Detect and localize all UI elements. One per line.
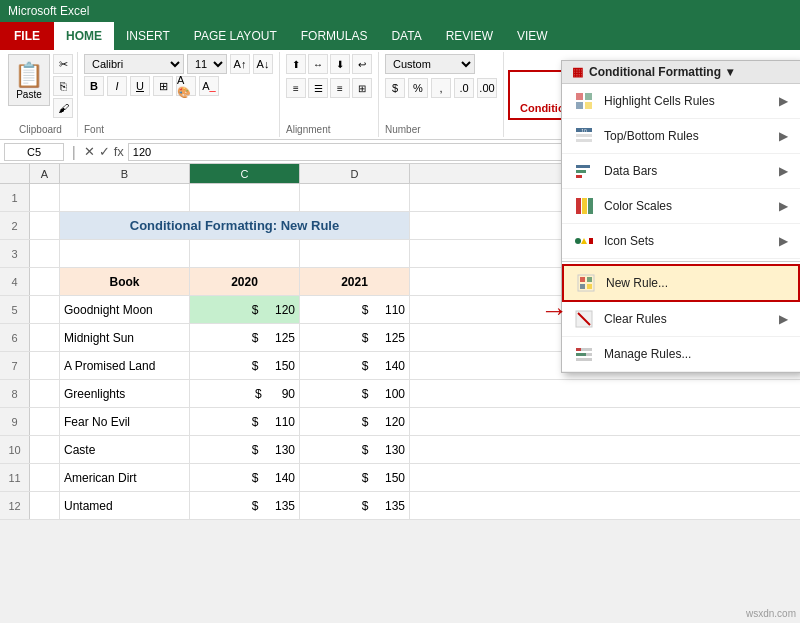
cell-b9[interactable]: Fear No Evil <box>60 408 190 435</box>
cell-b7[interactable]: A Promised Land <box>60 352 190 379</box>
col-header-a[interactable]: A <box>30 164 60 183</box>
cell-c3[interactable] <box>190 240 300 267</box>
new-rule-item[interactable]: New Rule... <box>562 264 800 302</box>
font-color-button[interactable]: A_ <box>199 76 219 96</box>
svg-rect-7 <box>576 139 592 142</box>
align-middle-button[interactable]: ↔ <box>308 54 328 74</box>
cell-d8[interactable]: $ 100 <box>300 380 410 407</box>
color-scales-item[interactable]: Color Scales ▶ <box>562 189 800 224</box>
align-center-button[interactable]: ☰ <box>308 78 328 98</box>
percent-button[interactable]: % <box>408 78 428 98</box>
cell-c10[interactable]: $ 130 <box>190 436 300 463</box>
cell-b12[interactable]: Untamed <box>60 492 190 519</box>
manage-rules-item[interactable]: Manage Rules... <box>562 337 800 372</box>
cell-a8[interactable] <box>30 380 60 407</box>
number-format-select[interactable]: Custom <box>385 54 475 74</box>
cell-b10[interactable]: Caste <box>60 436 190 463</box>
font-grow-button[interactable]: A↑ <box>230 54 250 74</box>
tab-insert[interactable]: INSERT <box>114 22 182 50</box>
icon-sets-item[interactable]: Icon Sets ▶ <box>562 224 800 259</box>
highlight-cells-rules-item[interactable]: Highlight Cells Rules ▶ <box>562 84 800 119</box>
cell-2020-header[interactable]: 2020 <box>190 268 300 295</box>
cell-d10[interactable]: $ 130 <box>300 436 410 463</box>
align-bottom-button[interactable]: ⬇ <box>330 54 350 74</box>
cell-c9[interactable]: $ 110 <box>190 408 300 435</box>
increase-decimal-button[interactable]: .00 <box>477 78 497 98</box>
cell-d7[interactable]: $ 140 <box>300 352 410 379</box>
cut-button[interactable]: ✂ <box>53 54 73 74</box>
cell-b6[interactable]: Midnight Sun <box>60 324 190 351</box>
cell-d5[interactable]: $ 110 <box>300 296 410 323</box>
tab-data[interactable]: DATA <box>379 22 433 50</box>
insert-function-icon[interactable]: fx <box>114 144 124 159</box>
data-bars-item[interactable]: Data Bars ▶ <box>562 154 800 189</box>
cell-2021-header[interactable]: 2021 <box>300 268 410 295</box>
comma-button[interactable]: , <box>431 78 451 98</box>
bold-button[interactable]: B <box>84 76 104 96</box>
wrap-text-button[interactable]: ↩ <box>352 54 372 74</box>
cell-d12[interactable]: $ 135 <box>300 492 410 519</box>
cell-a6[interactable] <box>30 324 60 351</box>
decrease-decimal-button[interactable]: .0 <box>454 78 474 98</box>
tab-formulas[interactable]: FORMULAS <box>289 22 380 50</box>
cell-b11[interactable]: American Dirt <box>60 464 190 491</box>
cell-c7[interactable]: $ 150 <box>190 352 300 379</box>
tab-home[interactable]: HOME <box>54 22 114 50</box>
cell-b5[interactable]: Goodnight Moon <box>60 296 190 323</box>
cell-b8[interactable]: Greenlights <box>60 380 190 407</box>
tab-file[interactable]: FILE <box>0 22 54 50</box>
cell-b3[interactable] <box>60 240 190 267</box>
tab-view[interactable]: VIEW <box>505 22 560 50</box>
align-top-button[interactable]: ⬆ <box>286 54 306 74</box>
cell-a10[interactable] <box>30 436 60 463</box>
cancel-formula-icon[interactable]: ✕ <box>84 144 95 159</box>
cell-title[interactable]: Conditional Formatting: New Rule <box>60 212 410 239</box>
font-shrink-button[interactable]: A↓ <box>253 54 273 74</box>
fill-color-button[interactable]: A🎨 <box>176 76 196 96</box>
cell-d3[interactable] <box>300 240 410 267</box>
col-header-c[interactable]: C <box>190 164 300 183</box>
border-button[interactable]: ⊞ <box>153 76 173 96</box>
clear-rules-item[interactable]: Clear Rules ▶ <box>562 302 800 337</box>
cell-c12[interactable]: $ 135 <box>190 492 300 519</box>
cell-c8[interactable]: $ 90 <box>190 380 300 407</box>
cell-a5[interactable] <box>30 296 60 323</box>
col-header-d[interactable]: D <box>300 164 410 183</box>
cell-a4[interactable] <box>30 268 60 295</box>
copy-button[interactable]: ⎘ <box>53 76 73 96</box>
paste-button[interactable]: 📋 Paste <box>8 54 50 106</box>
cell-b1[interactable] <box>60 184 190 211</box>
cell-c6[interactable]: $ 125 <box>190 324 300 351</box>
cell-a3[interactable] <box>30 240 60 267</box>
merge-button[interactable]: ⊞ <box>352 78 372 98</box>
col-header-b[interactable]: B <box>60 164 190 183</box>
italic-button[interactable]: I <box>107 76 127 96</box>
cell-d11[interactable]: $ 150 <box>300 464 410 491</box>
cell-d1[interactable] <box>300 184 410 211</box>
cell-a9[interactable] <box>30 408 60 435</box>
cell-book-header[interactable]: Book <box>60 268 190 295</box>
cell-a7[interactable] <box>30 352 60 379</box>
align-left-button[interactable]: ≡ <box>286 78 306 98</box>
name-box[interactable]: C5 <box>4 143 64 161</box>
cell-d6[interactable]: $ 125 <box>300 324 410 351</box>
cell-c1[interactable] <box>190 184 300 211</box>
cell-a1[interactable] <box>30 184 60 211</box>
cell-c5[interactable]: $ 120 <box>190 296 300 323</box>
top-bottom-rules-item[interactable]: 10 Top/Bottom Rules ▶ <box>562 119 800 154</box>
cell-a11[interactable] <box>30 464 60 491</box>
title-text: Microsoft Excel <box>8 4 89 18</box>
cell-a12[interactable] <box>30 492 60 519</box>
underline-button[interactable]: U <box>130 76 150 96</box>
cell-d9[interactable]: $ 120 <box>300 408 410 435</box>
confirm-formula-icon[interactable]: ✓ <box>99 144 110 159</box>
currency-button[interactable]: $ <box>385 78 405 98</box>
cell-a2[interactable] <box>30 212 60 239</box>
tab-review[interactable]: REVIEW <box>434 22 505 50</box>
font-name-select[interactable]: Calibri <box>84 54 184 74</box>
tab-page-layout[interactable]: PAGE LAYOUT <box>182 22 289 50</box>
cell-c11[interactable]: $ 140 <box>190 464 300 491</box>
align-right-button[interactable]: ≡ <box>330 78 350 98</box>
font-size-select[interactable]: 11 <box>187 54 227 74</box>
format-painter-button[interactable]: 🖌 <box>53 98 73 118</box>
